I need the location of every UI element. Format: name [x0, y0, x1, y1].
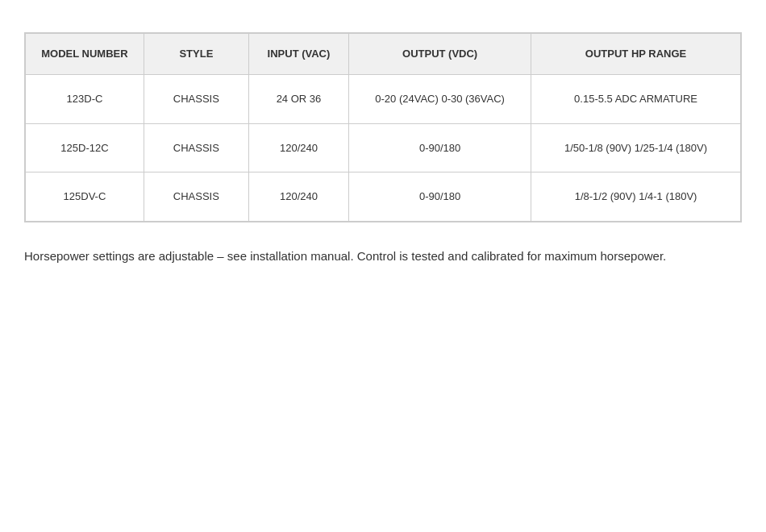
cell-output-vdc: 0-90/180: [349, 172, 531, 222]
cell-output-hp: 1/8-1/2 (90V) 1/4-1 (180V): [531, 172, 741, 222]
table-header-row: MODEL NUMBER STYLE INPUT (VAC) OUTPUT (V…: [26, 34, 741, 75]
table-row: 125DV-CCHASSIS120/2400-90/1801/8-1/2 (90…: [26, 172, 741, 222]
table-row: 123D-CCHASSIS24 OR 360-20 (24VAC) 0-30 (…: [26, 75, 741, 124]
cell-style: CHASSIS: [144, 75, 248, 124]
cell-input: 24 OR 36: [248, 75, 348, 124]
header-output-hp-range: OUTPUT HP RANGE: [531, 34, 741, 75]
cell-model: 123D-C: [26, 75, 144, 124]
footer-text: Horsepower settings are adjustable – see…: [24, 247, 742, 266]
cell-model: 125D-12C: [26, 123, 144, 172]
cell-input: 120/240: [248, 123, 348, 172]
cell-output-vdc: 0-20 (24VAC) 0-30 (36VAC): [349, 75, 531, 124]
cell-style: CHASSIS: [144, 172, 248, 222]
cell-input: 120/240: [248, 172, 348, 222]
header-model-number: MODEL NUMBER: [26, 34, 144, 75]
product-table: MODEL NUMBER STYLE INPUT (VAC) OUTPUT (V…: [25, 33, 741, 222]
product-table-container: MODEL NUMBER STYLE INPUT (VAC) OUTPUT (V…: [24, 32, 742, 222]
cell-output-vdc: 0-90/180: [349, 123, 531, 172]
table-row: 125D-12CCHASSIS120/2400-90/1801/50-1/8 (…: [26, 123, 741, 172]
cell-style: CHASSIS: [144, 123, 248, 172]
header-output-vdc: OUTPUT (VDC): [349, 34, 531, 75]
header-input-vac: INPUT (VAC): [248, 34, 348, 75]
cell-output-hp: 1/50-1/8 (90V) 1/25-1/4 (180V): [531, 123, 741, 172]
cell-output-hp: 0.15-5.5 ADC ARMATURE: [531, 75, 741, 124]
header-style: STYLE: [144, 34, 248, 75]
cell-model: 125DV-C: [26, 172, 144, 222]
